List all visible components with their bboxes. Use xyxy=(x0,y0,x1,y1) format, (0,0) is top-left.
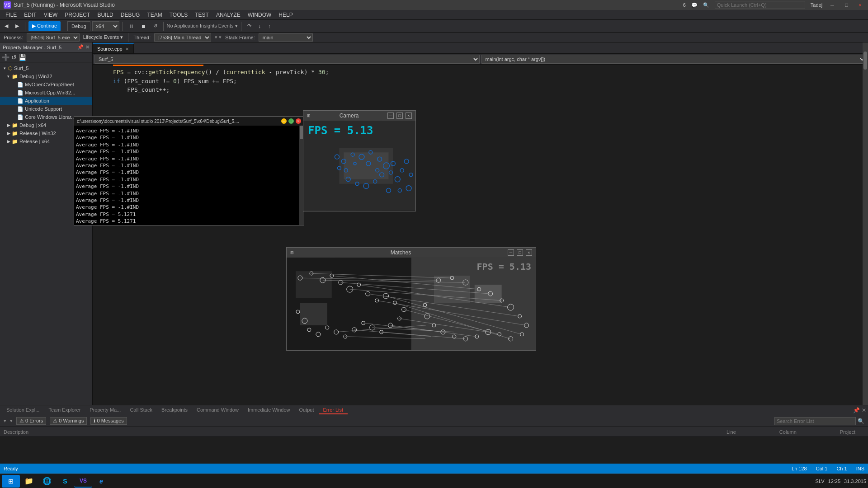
notifications-badge: 6 xyxy=(683,2,686,8)
tab-bar: Source.cpp ✕ xyxy=(93,42,868,54)
tab-close-icon[interactable]: ✕ xyxy=(125,47,129,52)
camera-minimize-btn[interactable]: ─ xyxy=(387,113,394,119)
minimize-button[interactable]: ─ xyxy=(828,1,837,9)
platform-select[interactable]: x64 x86 xyxy=(92,21,119,31)
camera-titlebar: ⊞ Camera ─ □ × xyxy=(303,111,415,121)
code-line: FPS = cv::getTickFrequency() / (currentt… xyxy=(93,68,868,77)
matches-minimize-btn[interactable]: ─ xyxy=(508,249,514,256)
menu-team[interactable]: TEAM xyxy=(143,11,165,19)
tab-call-stack[interactable]: Call Stack xyxy=(125,406,157,414)
tree-item-debug-win32[interactable]: ▾ 📁 Debug | Win32 xyxy=(0,72,92,80)
taskbar-chrome[interactable]: 🌐 xyxy=(38,475,56,488)
forward-btn[interactable]: ▶ xyxy=(13,21,22,31)
maximize-button[interactable]: □ xyxy=(842,1,851,9)
step-out-btn[interactable]: ↑ xyxy=(265,21,274,31)
matches-close-btn[interactable]: × xyxy=(526,249,532,256)
matches-title-text: Matches xyxy=(391,249,411,256)
stop-btn[interactable]: ⏹ xyxy=(138,21,149,31)
menu-project[interactable]: PROJECT xyxy=(61,11,94,19)
camera-close-btn[interactable]: × xyxy=(406,113,412,119)
menu-file[interactable]: FILE xyxy=(2,11,20,19)
console-minimize-btn[interactable]: ─ xyxy=(281,118,287,124)
process-select[interactable]: [9516] Surf_5.exe xyxy=(27,33,80,42)
pause-btn[interactable]: ⏸ xyxy=(126,21,137,31)
taskbar-ie[interactable]: e xyxy=(92,475,110,488)
error-search-input[interactable] xyxy=(774,417,856,425)
error-filter-label: ▾ xyxy=(10,418,13,424)
start-button[interactable]: ⊞ xyxy=(2,475,20,488)
bottom-panel-close-icon[interactable]: ✕ xyxy=(862,407,866,413)
menu-build[interactable]: BUILD xyxy=(94,11,117,19)
visual-studio-icon: VS xyxy=(80,478,87,484)
tree-item-surf5[interactable]: ▾ ⬡ Surf_5 xyxy=(0,64,92,72)
menu-help[interactable]: HELP xyxy=(275,11,296,19)
right-scrollbar[interactable] xyxy=(863,42,868,405)
scope-right-select[interactable]: main(int argc, char * argv[]) xyxy=(481,55,867,64)
console-close-btn[interactable]: × xyxy=(296,118,301,124)
panel-close-icon[interactable]: ✕ xyxy=(85,44,90,50)
console-window: c:\users\sony\documents\visual studio 20… xyxy=(74,116,304,225)
ready-label: Ready xyxy=(4,466,18,471)
menu-edit[interactable]: EDIT xyxy=(20,11,40,19)
scope-left-select[interactable]: Surf_5 xyxy=(94,55,480,64)
debug-button[interactable]: Debug xyxy=(67,21,90,31)
toolbar-separator-4 xyxy=(163,22,164,31)
tab-solution-explorer[interactable]: Solution Expl... xyxy=(2,406,44,414)
main-area: Property Manager - Surf_5 📌 ✕ ➕ ↺ 💾 ▾ ⬡ … xyxy=(0,42,868,464)
camera-maximize-btn[interactable]: □ xyxy=(396,113,403,119)
menu-test[interactable]: TEST xyxy=(191,11,212,19)
tab-immediate-window[interactable]: Immediate Window xyxy=(243,406,295,414)
taskbar-time: 12:25 xyxy=(828,479,841,484)
step-into-btn[interactable]: ↓ xyxy=(256,21,264,31)
filter-icon: ▾ ▾ xyxy=(215,34,222,40)
back-btn[interactable]: ◀ xyxy=(2,21,11,31)
save-all-btn[interactable]: 💾 xyxy=(19,54,26,61)
stack-select[interactable]: main xyxy=(259,33,313,42)
scroll-thumb[interactable] xyxy=(863,52,867,70)
keyboard-layout-label: SLV xyxy=(816,479,825,484)
error-filter-icon[interactable]: ▾ xyxy=(4,418,6,424)
matches-maximize-btn[interactable]: □ xyxy=(517,249,523,256)
thread-select[interactable]: [7536] Main Thread xyxy=(154,33,211,42)
menu-analyze[interactable]: ANALYZE xyxy=(212,11,244,19)
tab-property-manager[interactable]: Property Ma... xyxy=(85,406,125,414)
bottom-panel-pin-icon[interactable]: 📌 xyxy=(853,407,860,413)
error-search-icon[interactable]: 🔍 xyxy=(858,418,864,424)
warning-count-badge[interactable]: ⚠ 0 Warnings xyxy=(50,417,87,425)
search-icon[interactable]: 🔍 xyxy=(703,2,709,8)
error-count-badge[interactable]: ⚠ 0 Errors xyxy=(16,417,46,425)
add-property-sheet-btn[interactable]: ➕ xyxy=(2,54,9,61)
console-line: Average FPS = -1.#IND xyxy=(76,197,302,204)
menu-window[interactable]: WINDOW xyxy=(244,11,275,19)
console-maximize-btn[interactable]: □ xyxy=(288,118,294,124)
bottom-tab-list: Solution Expl... Team Explorer Property … xyxy=(2,406,348,414)
console-content[interactable]: Average FPS = -1.#INDAverage FPS = -1.#I… xyxy=(74,126,304,225)
tree-item-myopencv[interactable]: 📄 MyOpenCVPropSheet xyxy=(0,80,92,89)
close-button[interactable]: × xyxy=(856,1,864,9)
tab-breakpoints[interactable]: Breakpoints xyxy=(157,406,192,414)
refresh-btn[interactable]: ↺ xyxy=(11,54,17,61)
tab-source-cpp[interactable]: Source.cpp ✕ xyxy=(93,43,134,53)
continue-button[interactable]: ▶ Continue xyxy=(28,21,61,31)
taskbar-file-explorer[interactable]: 📁 xyxy=(20,475,38,488)
step-over-btn[interactable]: ↷ xyxy=(245,21,254,31)
taskbar-skype[interactable]: S xyxy=(56,475,74,488)
tab-team-explorer[interactable]: Team Explorer xyxy=(44,406,85,414)
tree-item-microsoftcpp[interactable]: 📄 Microsoft.Cpp.Win32... xyxy=(0,89,92,97)
restart-btn[interactable]: ↺ xyxy=(151,21,160,31)
tab-command-window[interactable]: Command Window xyxy=(192,406,243,414)
matches-window: ⊞ Matches ─ □ × xyxy=(286,247,536,351)
tree-item-application[interactable]: 📄 Application xyxy=(0,97,92,105)
taskbar-visual-studio[interactable]: VS xyxy=(74,475,92,488)
tab-error-list[interactable]: Error List xyxy=(319,406,348,414)
quick-launch-input[interactable] xyxy=(715,1,805,9)
menu-view[interactable]: VIEW xyxy=(40,11,61,19)
menu-debug[interactable]: DEBUG xyxy=(117,11,144,19)
pin-icon[interactable]: 📌 xyxy=(77,44,84,50)
message-count-badge[interactable]: ℹ 0 Messages xyxy=(90,417,127,425)
tree-item-unicode[interactable]: 📄 Unicode Support xyxy=(0,105,92,113)
lifecycle-label[interactable]: Lifecycle Events ▾ xyxy=(83,34,123,40)
menu-tools[interactable]: TOOLS xyxy=(166,11,191,19)
tab-output[interactable]: Output xyxy=(294,406,318,414)
error-toolbar: ▾ ▾ ⚠ 0 Errors ⚠ 0 Warnings ℹ 0 Messages… xyxy=(0,415,868,427)
